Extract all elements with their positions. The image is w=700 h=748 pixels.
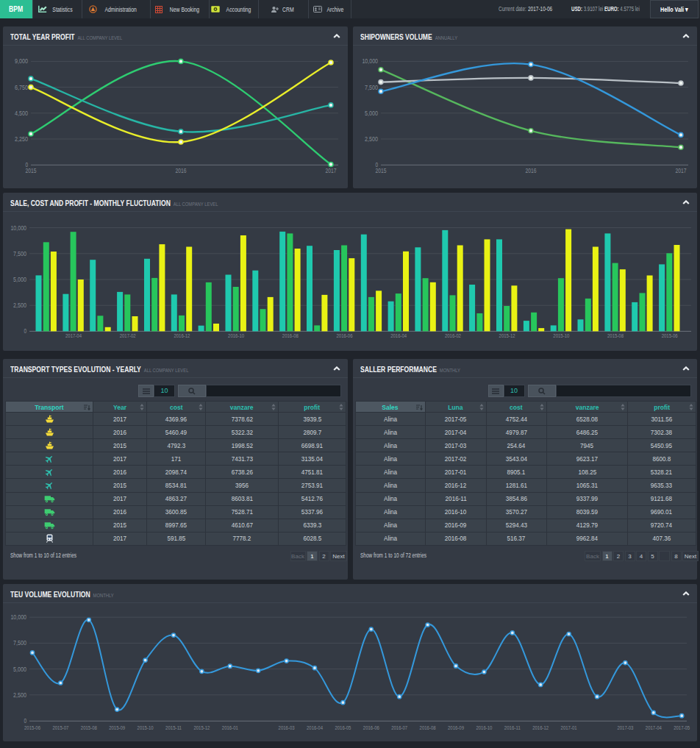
svg-text:10,000: 10,000 xyxy=(362,57,378,65)
svg-text:2,500: 2,500 xyxy=(13,691,26,699)
svg-text:2017-04: 2017-04 xyxy=(65,332,82,339)
svg-text:7,500: 7,500 xyxy=(365,84,378,91)
svg-text:2016-12: 2016-12 xyxy=(532,724,549,731)
svg-text:2016-07: 2016-07 xyxy=(391,724,407,731)
svg-text:2015-10: 2015-10 xyxy=(553,332,569,339)
svg-text:7,500: 7,500 xyxy=(13,250,26,257)
svg-text:10,000: 10,000 xyxy=(10,224,26,232)
svg-text:2015-10: 2015-10 xyxy=(138,724,154,731)
svg-text:2017-01: 2017-01 xyxy=(561,724,577,731)
svg-text:2016: 2016 xyxy=(176,167,187,174)
svg-text:2015-08: 2015-08 xyxy=(607,332,624,339)
svg-text:2016-01: 2016-01 xyxy=(222,724,238,731)
svg-text:2016-12: 2016-12 xyxy=(174,332,190,339)
svg-text:0: 0 xyxy=(24,327,26,335)
svg-text:10,000: 10,000 xyxy=(10,613,26,621)
svg-text:4,500: 4,500 xyxy=(15,110,28,117)
svg-text:2016-06: 2016-06 xyxy=(337,332,353,339)
svg-text:2017: 2017 xyxy=(675,167,686,174)
svg-text:2017-02: 2017-02 xyxy=(120,332,136,339)
svg-text:2,500: 2,500 xyxy=(13,302,26,309)
svg-text:2015-06: 2015-06 xyxy=(24,724,40,731)
svg-text:2015-12: 2015-12 xyxy=(499,332,515,339)
svg-text:2015: 2015 xyxy=(26,167,37,174)
svg-text:2015-07: 2015-07 xyxy=(52,724,68,731)
svg-text:2016: 2016 xyxy=(525,167,536,174)
svg-text:2017-03: 2017-03 xyxy=(617,724,633,731)
svg-text:2016-05: 2016-05 xyxy=(335,724,351,731)
svg-text:2017: 2017 xyxy=(326,167,337,174)
svg-text:6,750: 6,750 xyxy=(15,84,28,91)
svg-text:2015-09: 2015-09 xyxy=(109,724,125,731)
svg-text:5,000: 5,000 xyxy=(365,110,378,117)
svg-text:2016-11: 2016-11 xyxy=(504,724,521,731)
svg-text:2016-02: 2016-02 xyxy=(445,332,461,339)
svg-text:5,000: 5,000 xyxy=(13,666,26,673)
svg-text:2015-11: 2015-11 xyxy=(165,724,182,731)
svg-text:2016-06: 2016-06 xyxy=(363,724,379,731)
svg-text:5,000: 5,000 xyxy=(13,276,26,283)
svg-text:2015-12: 2015-12 xyxy=(193,724,210,731)
svg-text:2017-05: 2017-05 xyxy=(674,724,690,731)
svg-text:2016-08: 2016-08 xyxy=(420,724,436,731)
svg-text:2017-04: 2017-04 xyxy=(646,724,662,731)
svg-text:2015-06: 2015-06 xyxy=(662,332,678,339)
svg-text:2016-04: 2016-04 xyxy=(390,332,407,339)
svg-text:2016-10: 2016-10 xyxy=(476,724,492,731)
svg-text:2016-09: 2016-09 xyxy=(448,724,464,731)
svg-text:2016-08: 2016-08 xyxy=(282,332,299,339)
svg-text:2,500: 2,500 xyxy=(365,135,378,143)
svg-text:9,000: 9,000 xyxy=(15,57,28,65)
svg-text:2015: 2015 xyxy=(375,167,386,174)
svg-text:7,500: 7,500 xyxy=(13,639,26,647)
svg-text:2016-04: 2016-04 xyxy=(307,724,323,731)
svg-text:2,250: 2,250 xyxy=(15,135,28,143)
svg-text:2016-03: 2016-03 xyxy=(279,724,295,731)
svg-text:2016-10: 2016-10 xyxy=(228,332,244,339)
svg-text:2015-08: 2015-08 xyxy=(81,724,97,731)
